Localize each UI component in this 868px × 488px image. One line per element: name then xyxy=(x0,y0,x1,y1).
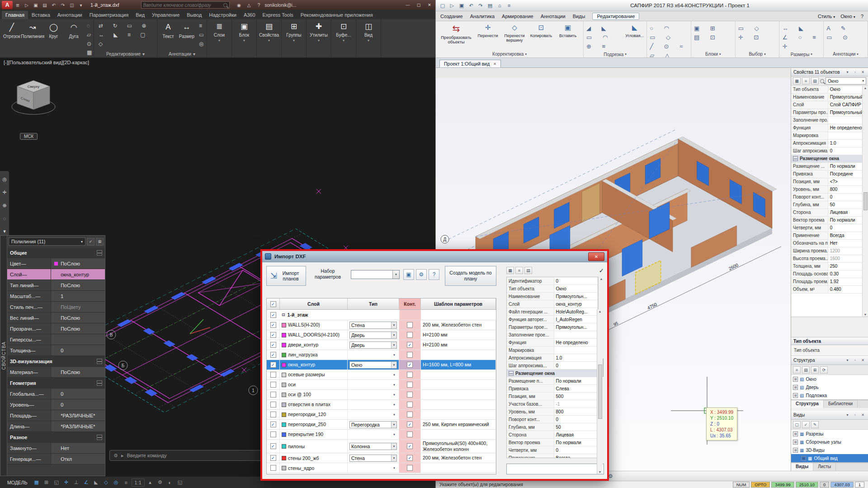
property-row[interactable]: Шаг аппроксима... 0 xyxy=(791,147,862,155)
property-row[interactable]: Слой Слой САПФИР xyxy=(791,101,862,109)
settings-button[interactable] xyxy=(416,269,427,280)
property-row[interactable]: Глубина, мм 50 xyxy=(791,201,862,209)
layer-checkbox[interactable] xyxy=(270,372,276,378)
ribbon-group-label[interactable]: Подрезка xyxy=(586,51,644,57)
property-row[interactable]: Сторона Лицевая xyxy=(791,209,862,217)
list-view-icon[interactable] xyxy=(802,77,810,85)
type-select[interactable]: Окно xyxy=(349,361,397,369)
property-row[interactable]: Позиция, мм <?> xyxy=(791,178,862,186)
dynamic-input-icon[interactable]: ✛ xyxy=(62,479,71,487)
tool-icons-cluster[interactable]: A ✎ ▭ ⊙ xyxy=(826,23,865,42)
type-select[interactable]: Перегородка xyxy=(349,421,397,428)
layer-row[interactable]: WALL_DOORS(H-2100) Дверь H=2100 мм xyxy=(267,330,496,340)
zoom-icon[interactable]: ⊕ xyxy=(2,203,6,208)
expand-icon[interactable] xyxy=(793,431,798,436)
property-row[interactable]: Разное xyxy=(7,432,105,443)
collapse-icon[interactable] xyxy=(36,456,41,462)
ribbon-tab[interactable]: Вставка xyxy=(28,11,54,19)
undo-icon[interactable]: ↶ xyxy=(467,2,475,9)
ribbon-tab[interactable]: Рекомендованные приложения xyxy=(297,11,377,19)
group-checkbox[interactable] xyxy=(270,312,276,318)
contour-checkbox[interactable] xyxy=(407,431,413,437)
type-select[interactable]: Стена xyxy=(349,322,397,329)
palette-side-tab[interactable]: СВОЙСТВА xyxy=(0,236,7,476)
collapse-icon[interactable] xyxy=(33,283,38,288)
expand-icon[interactable] xyxy=(793,385,798,390)
layers-panel-button[interactable]: ≣ Слои xyxy=(207,19,232,57)
grid-toggle-icon[interactable]: ▦ xyxy=(32,479,41,487)
property-row[interactable]: Вес линий ПоСлою xyxy=(7,313,105,323)
property-row[interactable]: Тип объекта Окно xyxy=(507,285,598,293)
collapse-icon[interactable] xyxy=(97,380,102,386)
property-row[interactable]: Применение Всегда xyxy=(507,454,598,458)
layer-checkbox[interactable] xyxy=(270,402,276,407)
command-settings-icon[interactable] xyxy=(113,453,118,459)
property-row[interactable]: Геометрия xyxy=(7,378,105,389)
apply-view-icon[interactable] xyxy=(802,421,810,428)
expand-icon[interactable] xyxy=(793,440,798,445)
import-plans-button[interactable]: ⇲ Импорт планов xyxy=(266,266,306,286)
property-row[interactable]: Тип линий ПоСлою xyxy=(7,280,105,291)
pin-icon[interactable] xyxy=(852,357,858,363)
type-select[interactable]: Колонна xyxy=(349,443,397,450)
view-tree-item[interactable]: Общий вид xyxy=(791,454,868,462)
header-checkbox-cell[interactable] xyxy=(267,298,280,309)
search-input[interactable] xyxy=(143,3,221,8)
help-menu[interactable]: ? xyxy=(861,14,863,19)
layer-checkbox[interactable] xyxy=(270,322,276,328)
property-row[interactable]: Маркировка xyxy=(507,346,598,354)
autocad-logo-icon[interactable]: A xyxy=(2,1,13,9)
structure-tree-item[interactable]: Дверь xyxy=(791,383,868,391)
menu-tab[interactable]: Аналитика xyxy=(470,14,495,19)
structure-tree-item[interactable]: Подложка xyxy=(791,391,868,399)
collapse-icon[interactable] xyxy=(29,402,34,407)
help-button[interactable] xyxy=(429,269,439,280)
ortho-mode-icon[interactable]: ⊥ xyxy=(72,479,81,487)
scroll-up-icon[interactable] xyxy=(600,277,603,280)
type-select[interactable] xyxy=(349,351,397,359)
collapse-icon[interactable] xyxy=(39,391,44,397)
minimize-icon[interactable]: — xyxy=(402,1,413,9)
property-row[interactable]: Размещение окна xyxy=(507,370,598,377)
list-view-icon[interactable] xyxy=(515,267,523,274)
header-type[interactable]: Тип xyxy=(348,298,399,309)
create-model-button[interactable]: Создать модель по плану xyxy=(445,266,496,286)
lineweight-icon[interactable]: ≡ xyxy=(122,479,131,487)
text-tool[interactable]: A Текст xyxy=(159,20,177,39)
ribbon-group-label[interactable]: Аннотации xyxy=(159,51,205,57)
property-row[interactable]: Высота проема... 1600 xyxy=(791,255,862,263)
viewport-controls-label[interactable]: [-][Пользовательский вид][2D-каркас] xyxy=(4,60,89,65)
layer-row[interactable]: перегородки_250 Перегородка 250 мм, Кирп… xyxy=(267,420,496,430)
layer-row[interactable]: оси xyxy=(267,380,496,390)
property-row[interactable]: Глубина, мм 50 xyxy=(507,423,598,431)
menu-tab[interactable]: Виды xyxy=(573,14,585,19)
pan-icon[interactable]: ✛ xyxy=(2,190,6,195)
open-file-icon[interactable]: ▷ xyxy=(448,2,456,9)
layer-row[interactable]: оси @ 100 xyxy=(267,390,496,400)
layer-checkbox[interactable] xyxy=(270,332,276,338)
contour-checkbox[interactable] xyxy=(407,352,413,358)
property-row[interactable]: Общие xyxy=(7,247,105,258)
collapse-icon[interactable] xyxy=(38,304,42,310)
annotation-monitor-icon[interactable]: ▴ xyxy=(146,479,155,487)
infer-constraints-icon[interactable]: ◱ xyxy=(52,479,61,487)
line-tool[interactable]: ╱ Отрезок xyxy=(2,20,22,39)
status-chip[interactable]: 1 xyxy=(855,482,864,488)
status-chip[interactable]: ОРТО xyxy=(751,482,770,488)
grid-view-icon[interactable] xyxy=(506,267,514,274)
layer-checkbox[interactable] xyxy=(270,352,276,358)
property-row[interactable]: Уровень, мм 800 xyxy=(791,186,862,194)
property-row[interactable]: Параметры прое... Прямоугольн... xyxy=(507,323,598,331)
layer-checkbox[interactable] xyxy=(270,465,276,471)
contour-checkbox[interactable] xyxy=(407,382,413,388)
panel-tab[interactable]: Структура xyxy=(791,400,824,408)
property-row[interactable]: Толщина 0 xyxy=(7,345,105,356)
window-menu[interactable]: Окно xyxy=(840,14,855,19)
contour-checkbox[interactable] xyxy=(407,392,413,398)
property-row[interactable]: Уровень, мм 800 xyxy=(507,408,598,416)
layer-checkbox[interactable] xyxy=(270,362,276,368)
property-row[interactable]: Привязка Слева xyxy=(507,385,598,393)
pin-icon[interactable] xyxy=(852,412,858,418)
search-icon[interactable] xyxy=(223,3,227,7)
edit-view-icon[interactable] xyxy=(811,421,819,428)
